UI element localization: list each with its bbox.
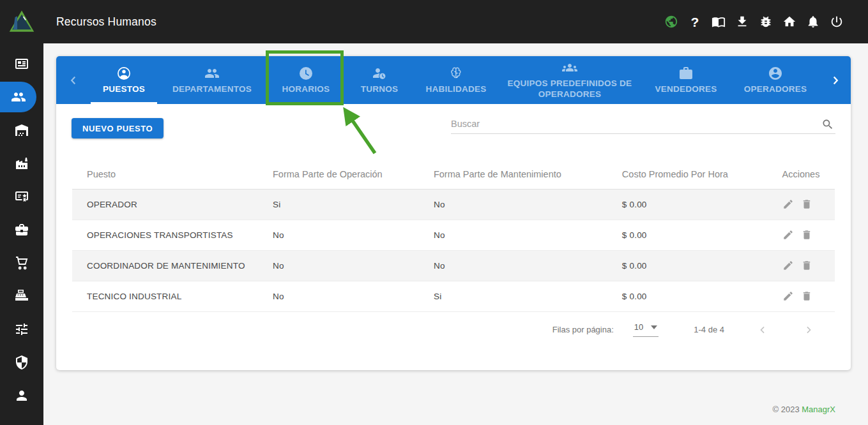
tab-puestos[interactable]: PUESTOS [91, 56, 157, 104]
sidebar-item-security[interactable] [0, 346, 43, 379]
sidebar-item-account[interactable] [0, 379, 43, 412]
account-circle-outline-icon [116, 66, 132, 81]
sidebar-item-certificates[interactable] [0, 180, 43, 213]
person-clock-icon [372, 66, 387, 81]
delete-button[interactable] [801, 260, 812, 271]
next-page-button[interactable] [801, 322, 816, 338]
sidebar-item-business[interactable] [0, 213, 43, 246]
tab-label: EQUIPOS PREDEFINIDOS DE OPERADORES [501, 78, 639, 100]
edit-button[interactable] [782, 290, 794, 302]
puestos-table: Puesto Forma Parte de Operación Forma Pa… [56, 138, 851, 312]
globe-icon[interactable] [664, 15, 678, 29]
tab-departamentos[interactable]: DEPARTAMENTOS [157, 56, 267, 104]
brain-icon [448, 66, 464, 81]
chevron-left-icon [756, 324, 769, 336]
table-row: OPERACIONES TRANSPORTISTAS No No $ 0.00 [72, 220, 835, 250]
sidebar-item-human-resources[interactable] [0, 82, 36, 112]
help-icon[interactable]: ? [688, 15, 702, 29]
pencil-icon [782, 229, 794, 241]
tab-habilidades[interactable]: HABILIDADES [414, 56, 498, 104]
previous-page-button[interactable] [755, 322, 770, 338]
footer-copyright: © 2023 ManagrX [773, 405, 836, 414]
newspaper-icon [14, 56, 29, 71]
pagination-range: 1-4 de 4 [694, 325, 724, 334]
column-header-mantenimiento: Forma Parte de Mantenimiento [434, 138, 622, 189]
topbar: Recursos Humanos ? [0, 0, 868, 43]
notifications-bell-icon[interactable] [806, 15, 820, 29]
row-actions [782, 198, 835, 210]
factory-icon [14, 156, 29, 171]
cell-puesto: OPERACIONES TRANSPORTISTAS [72, 220, 273, 250]
search-icon[interactable] [821, 118, 834, 131]
sidebar-item-news[interactable] [0, 47, 43, 80]
row-actions [782, 290, 835, 302]
sidebar-item-purchases[interactable] [0, 246, 43, 280]
rows-per-page-label: Filas por página: [552, 325, 614, 334]
trash-icon [801, 229, 812, 241]
sidebar-item-warehouse[interactable] [0, 114, 43, 147]
tab-horarios[interactable]: HORARIOS [267, 56, 345, 104]
rows-per-page-select[interactable]: 10 [633, 322, 659, 337]
app-logo[interactable] [0, 0, 43, 43]
docs-book-icon[interactable] [712, 15, 726, 29]
account-circle-filled-icon [768, 66, 783, 81]
rows-per-page-value: 10 [634, 322, 643, 332]
pagination-bar: Filas por página: 10 1-4 de 4 [56, 312, 851, 348]
tab-label: PUESTOS [103, 84, 145, 95]
column-header-puesto: Puesto [72, 138, 273, 189]
table-row: TECNICO INDUSTRIAL No Si $ 0.00 [72, 281, 835, 311]
tab-turnos[interactable]: TURNOS [345, 56, 414, 104]
toolbar: NUEVO PUESTO [56, 104, 851, 138]
cell-operacion: No [273, 250, 434, 281]
delete-button[interactable] [801, 229, 812, 241]
cash-register-icon [14, 288, 29, 304]
download-icon[interactable] [735, 15, 749, 29]
delete-button[interactable] [801, 290, 812, 302]
brand-link[interactable]: ManagrX [802, 405, 835, 414]
tabs-scroll-right-button[interactable] [820, 56, 851, 104]
edit-button[interactable] [782, 229, 794, 241]
tune-icon [14, 322, 29, 337]
power-icon[interactable] [830, 15, 844, 29]
tab-label: HABILIDADES [425, 84, 486, 95]
people-icon [11, 89, 26, 105]
security-shield-icon [14, 355, 29, 370]
new-puesto-button[interactable]: NUEVO PUESTO [72, 118, 164, 138]
sidebar-item-factory[interactable] [0, 147, 43, 180]
pencil-icon [782, 290, 794, 302]
groups-icon [562, 60, 577, 75]
tab-label: HORARIOS [282, 84, 330, 95]
column-header-acciones: Acciones [782, 138, 835, 189]
trash-icon [801, 198, 812, 210]
tab-vendedores[interactable]: VENDEDORES [641, 56, 731, 104]
tab-operadores[interactable]: OPERADORES [731, 56, 820, 104]
cell-mantenimiento: No [434, 250, 622, 281]
person-icon [14, 388, 29, 403]
cell-puesto: TECNICO INDUSTRIAL [72, 281, 273, 311]
cell-costo: $ 0.00 [622, 250, 782, 281]
warehouse-icon [14, 123, 29, 138]
sidebar-item-settings[interactable] [0, 313, 43, 346]
delete-button[interactable] [801, 198, 812, 210]
cell-puesto: COORDINADOR DE MANTENIMIENTO [72, 250, 273, 281]
home-icon[interactable] [782, 15, 796, 29]
edit-button[interactable] [782, 260, 794, 271]
cell-puesto: OPERADOR [72, 189, 273, 220]
copyright-text: © 2023 [773, 405, 800, 414]
certificate-icon [14, 189, 29, 204]
sidebar-item-point-of-sale[interactable] [0, 280, 43, 313]
tab-equipos-predefinidos[interactable]: EQUIPOS PREDEFINIDOS DE OPERADORES [498, 56, 641, 104]
search-box [451, 118, 835, 134]
edit-button[interactable] [782, 198, 794, 210]
pencil-icon [782, 260, 794, 271]
cell-operacion: Si [273, 189, 434, 220]
topbar-actions: ? [664, 15, 868, 29]
table-row: OPERADOR Si No $ 0.00 [72, 189, 835, 220]
cell-mantenimiento: Si [434, 281, 622, 311]
briefcase-icon [678, 66, 694, 81]
search-input[interactable] [451, 119, 816, 129]
tabs-scroll-left-button[interactable] [56, 56, 91, 104]
bug-icon[interactable] [759, 15, 773, 29]
shopping-cart-icon [14, 255, 29, 271]
column-header-costo: Costo Promedio Por Hora [622, 138, 782, 189]
